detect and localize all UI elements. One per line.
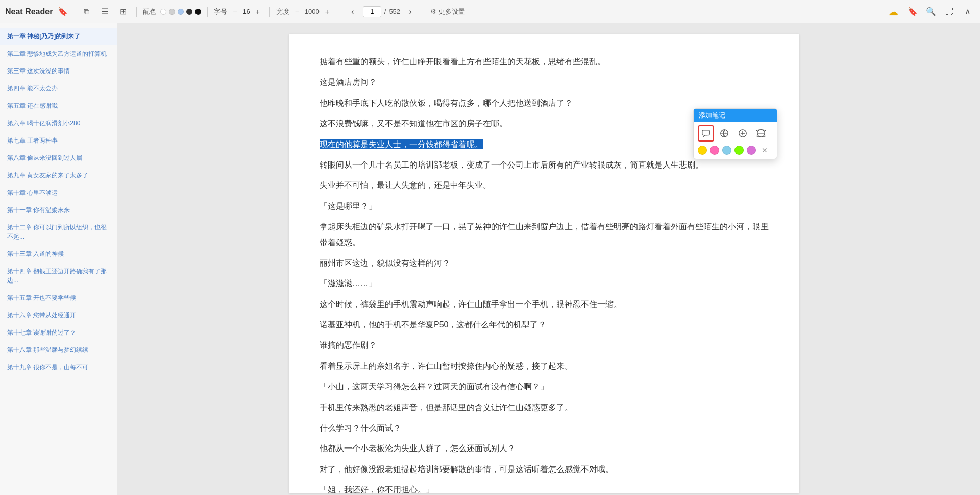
- sidebar-item-14[interactable]: 第十四章 彻钱王还边开路确我有了那边...: [0, 263, 117, 289]
- search-btn[interactable]: 🔍: [924, 5, 938, 19]
- sep3: [270, 7, 270, 17]
- popup-comment-btn[interactable]: [698, 125, 714, 142]
- color-lightgray[interactable]: [169, 9, 175, 15]
- sep1: [136, 7, 137, 17]
- sidebar-item-18[interactable]: 第十八章 那些温馨与梦幻续续: [0, 341, 117, 359]
- font-size-control: 字号 − 16 +: [214, 6, 263, 17]
- bookmark-panel-btn[interactable]: 🔖: [905, 5, 920, 19]
- color-black[interactable]: [195, 9, 201, 15]
- color-lightblue[interactable]: [178, 9, 184, 15]
- right-panel: [971, 23, 980, 495]
- reader-area[interactable]: 掂着有些重的额头，许仁山睁开眼看看上方有些陌生的天花板，思绪有些混乱。这是酒店房…: [117, 23, 971, 495]
- popup-color-green[interactable]: [734, 146, 744, 155]
- paragraph-11: 这个时候，裤袋里的手机震动声响起，许仁山随手拿出一个手机，眼神忍不住一缩。: [320, 297, 769, 312]
- main-area: 第一章 神秘[乃乃]的到来了第二章 悲惨地成为乙方运道的打算机第三章 这次洗澡的…: [0, 23, 980, 495]
- popup-add-note-btn[interactable]: [734, 125, 751, 142]
- sidebar-item-2[interactable]: 第二章 悲惨地成为乙方运道的打算机: [0, 45, 117, 62]
- popup-icons-row: [698, 125, 773, 142]
- font-size-value: 16: [242, 8, 250, 15]
- total-pages: 552: [389, 8, 400, 15]
- sep5: [424, 7, 424, 17]
- popup-search-web-btn[interactable]: [753, 125, 769, 142]
- popup-color-purple[interactable]: [747, 146, 756, 155]
- width-control: 宽度 − 1000 +: [276, 6, 333, 17]
- paragraph-8: 拿起床头柜边的矿泉水打开喝了一口，晃了晃神的许仁山来到窗户边上，借着有些明亮的路…: [320, 219, 769, 250]
- prev-page-btn[interactable]: ‹: [346, 5, 360, 19]
- popup-color-yellow[interactable]: [698, 146, 707, 155]
- sidebar-item-11[interactable]: 第十一章 你有温柔末来: [0, 201, 117, 219]
- paragraph-12: 诺基亚神机，他的手机不是华夏P50，这都什么年代的机型了？: [320, 317, 769, 333]
- color-dark[interactable]: [186, 9, 192, 15]
- page-input[interactable]: 1: [363, 6, 381, 17]
- sidebar-item-10[interactable]: 第十章 心里不够运: [0, 184, 117, 201]
- sidebar-item-8[interactable]: 第八章 偷从来没回到过人属: [0, 149, 117, 167]
- paragraph-14: 看着显示屏上的亲姐名字，许仁山暂时按捺住内心的疑惑，接了起来。: [320, 359, 769, 374]
- popup-close-btn[interactable]: ✕: [760, 146, 769, 155]
- sidebar-item-12[interactable]: 第十二章 你可以门到所以组织，也很不起...: [0, 219, 117, 245]
- sidebar-item-6[interactable]: 第六章 喝十亿润滑剂小280: [0, 114, 117, 132]
- sidebar-item-1[interactable]: 第一章 神秘[乃乃]的到来了: [0, 28, 117, 45]
- paragraph-10: 「滋滋滋……」: [320, 276, 769, 291]
- font-increase-btn[interactable]: +: [252, 6, 263, 17]
- sidebar-item-7[interactable]: 第七章 王者两种事: [0, 132, 117, 149]
- settings-gear-icon: ⚙: [430, 8, 436, 15]
- color-group: [160, 9, 201, 15]
- collapse-btn[interactable]: ∧: [961, 5, 975, 19]
- width-label: 宽度: [276, 7, 289, 16]
- popup-title[interactable]: 添加笔记: [694, 109, 777, 122]
- page-navigation: ‹ 1 / 552 ›: [346, 5, 418, 19]
- paragraph-20: 「姐，我还好，你不用担心。」: [320, 482, 769, 495]
- sidebar-item-4[interactable]: 第四章 能不太会办: [0, 80, 117, 97]
- paragraph-7: 「这是哪里？」: [320, 199, 769, 214]
- width-increase-btn[interactable]: +: [322, 6, 333, 17]
- paragraph-15: 「小山，这两天学习得怎么样？过两天的面试有没有信心啊？」: [320, 379, 769, 394]
- page-content: 掂着有些重的额头，许仁山睁开眼看看上方有些陌生的天花板，思绪有些混乱。这是酒店房…: [289, 34, 799, 493]
- table-btn[interactable]: ⊞: [116, 5, 130, 19]
- settings-label: 更多设置: [438, 7, 465, 16]
- color-white[interactable]: [160, 9, 166, 15]
- sidebar-item-3[interactable]: 第三章 这次洗澡的事情: [0, 62, 117, 80]
- copy-btn[interactable]: ⧉: [79, 5, 93, 19]
- sidebar-item-15[interactable]: 第十五章 开也不要学些候: [0, 289, 117, 307]
- sidebar: 第一章 神秘[乃乃]的到来了第二章 悲惨地成为乙方运道的打算机第三章 这次洗澡的…: [0, 23, 117, 495]
- popup-translate-btn[interactable]: [716, 125, 732, 142]
- popup-color-lightblue[interactable]: [722, 146, 731, 155]
- color-label: 配色: [143, 7, 156, 16]
- menu-btn[interactable]: ☰: [97, 5, 112, 19]
- paragraph-1: 这是酒店房间？: [320, 75, 769, 90]
- popup-color-pink[interactable]: [710, 146, 719, 155]
- paragraph-18: 他都从一个小老板沦为失业人群了，怎么还面试别人？: [320, 441, 769, 456]
- sidebar-item-13[interactable]: 第十三章 入道的神候: [0, 245, 117, 263]
- annotation-popup: 添加笔记: [693, 108, 777, 159]
- paragraph-17: 什么学习？什么面试？: [320, 420, 769, 436]
- brand-title: Neat Reader: [5, 7, 53, 16]
- paragraph-6: 失业并不可怕，最让人失意的，还是中年失业。: [320, 178, 769, 193]
- bookmark-icon-btn[interactable]: 🔖: [56, 5, 70, 19]
- sep2: [207, 7, 208, 17]
- toolbar-right: ☁ 🔖 🔍 ⛶ ∧: [885, 5, 975, 19]
- sidebar-item-16[interactable]: 第十六章 您带从处经通开: [0, 307, 117, 324]
- sidebar-item-5[interactable]: 第五章 还在感谢哦: [0, 97, 117, 114]
- brand: Neat Reader 🔖: [5, 5, 70, 19]
- sidebar-item-19[interactable]: 第十九章 很你不是，山每不可: [0, 359, 117, 376]
- next-page-btn[interactable]: ›: [403, 5, 418, 19]
- paragraph-13: 谁搞的恶作剧？: [320, 338, 769, 353]
- toolbar: Neat Reader 🔖 ⧉ ☰ ⊞ 配色 字号 − 16 + 宽度 − 10…: [0, 0, 980, 23]
- sep4: [339, 7, 339, 17]
- paragraph-19: 对了，他好像没跟老姐提起培训部要解散的事情，可是这话听着怎么感觉不对哦。: [320, 462, 769, 477]
- fullscreen-btn[interactable]: ⛶: [942, 5, 957, 19]
- popup-color-row: ✕: [698, 145, 773, 156]
- sidebar-item-17[interactable]: 第十七章 诶谢谢的过了？: [0, 324, 117, 341]
- font-decrease-btn[interactable]: −: [229, 6, 240, 17]
- cloud-sync-btn[interactable]: ☁: [885, 5, 901, 19]
- font-label: 字号: [214, 7, 227, 16]
- paragraph-9: 丽州市区这边，貌似没有这样的河？: [320, 255, 769, 271]
- paragraph-16: 手机里传来熟悉的老姐声音，但是那话里的含义让许仁山疑惑更多了。: [320, 400, 769, 415]
- paragraph-5: 转眼间从一个几十名员工的培训部老板，变成了一个公司上市后所有的产业转眼成灰，简直…: [320, 157, 769, 173]
- more-settings-btn[interactable]: ⚙ 更多设置: [430, 7, 465, 16]
- width-decrease-btn[interactable]: −: [291, 6, 303, 17]
- sidebar-item-9[interactable]: 第九章 黄女友家的来了太多了: [0, 167, 117, 184]
- width-value: 1000: [305, 8, 320, 15]
- page-sep: /: [384, 8, 386, 15]
- svg-rect-0: [702, 130, 709, 135]
